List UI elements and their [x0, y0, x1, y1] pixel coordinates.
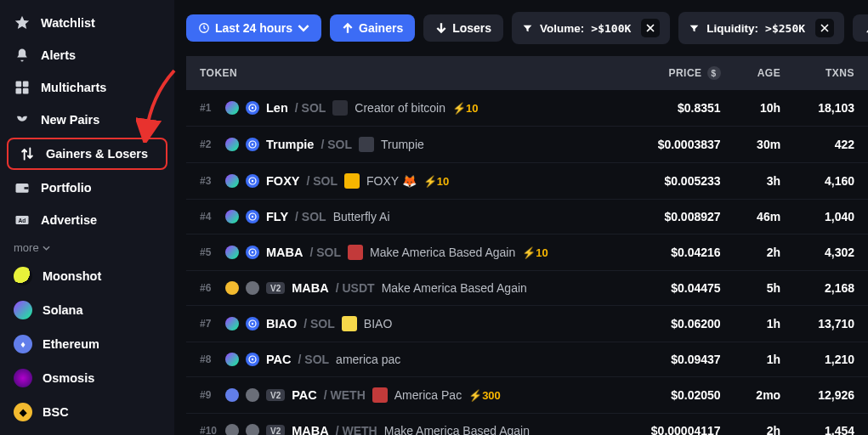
txns-cell: 1,454: [794, 414, 868, 436]
timeframe-button[interactable]: Last 24 hours: [186, 14, 321, 42]
age-cell: 2h: [735, 414, 795, 436]
svg-rect-0: [16, 82, 22, 88]
filter-close-icon[interactable]: [815, 19, 834, 37]
age-cell: 1h: [735, 342, 795, 377]
project-icon: [344, 173, 360, 189]
token-desc: Make America Based Again: [384, 424, 530, 435]
filter-close-icon[interactable]: [641, 19, 660, 37]
chain-item-base[interactable]: Base: [0, 429, 174, 435]
chain-item-moonshot[interactable]: Moonshot: [0, 259, 174, 293]
table-row[interactable]: #9V2PAC/ WETHAmerica Pac300$0.020502mo12…: [186, 377, 868, 414]
svg-text:Ad: Ad: [19, 218, 26, 223]
sidebar-item-new-pairs[interactable]: New Pairs: [0, 104, 174, 136]
filter-value: >$250K: [765, 22, 805, 35]
rank: #4: [200, 211, 218, 223]
token-desc: Creator of bitcoin: [355, 101, 445, 115]
chain-item-osmosis[interactable]: Osmosis: [0, 361, 174, 395]
table-row[interactable]: #2Trumpie/ SOLTrumpie$0.000383730m422: [186, 127, 868, 163]
table-row[interactable]: #7BIAO/ SOLBIAO$0.062001h13,710: [186, 306, 868, 342]
filter-name: Volume:: [540, 22, 584, 35]
table-row[interactable]: #5MABA/ SOLMake America Based Again10$0.…: [186, 234, 868, 271]
table-row[interactable]: #10V2MABA/ WETHMake America Based Again$…: [186, 414, 868, 436]
table-row[interactable]: #6V2MABA/ USDTMake America Based Again$0…: [186, 271, 868, 306]
col-token[interactable]: TOKEN: [186, 56, 622, 90]
price-cell: $0.008927: [622, 200, 735, 234]
txns-cell: 422: [794, 127, 868, 163]
svg-point-23: [252, 359, 253, 360]
grid-icon: [14, 79, 31, 96]
chain-icon: ♦: [14, 335, 32, 353]
sidebar-item-alerts[interactable]: Alerts: [0, 39, 174, 71]
price-cell: $0.09437: [622, 342, 735, 377]
sprout-icon: [14, 111, 31, 128]
age-cell: 1h: [735, 306, 795, 342]
chain-icon: [14, 301, 32, 319]
token-desc: America Pac: [394, 388, 462, 402]
chain-badge-icon: [225, 174, 239, 188]
age-cell: 2mo: [735, 377, 795, 414]
chain-label: Ethereum: [43, 337, 99, 351]
chain-badge-icon: [246, 281, 259, 295]
token-symbol: FLY: [266, 210, 288, 223]
currency-icon: $: [707, 66, 721, 80]
v2-badge: V2: [266, 282, 285, 294]
chain-badge-icon: [225, 424, 239, 435]
table-row[interactable]: #3FOXY/ SOLFOXY 🦊10$0.0052333h4,160: [186, 163, 868, 200]
more-menu[interactable]: more: [0, 236, 174, 259]
col-txns[interactable]: TXNS: [794, 56, 868, 90]
age-cell: 30m: [735, 127, 795, 163]
price-cell: $0.06200: [622, 306, 735, 342]
sidebar-item-label: Portfolio: [41, 181, 92, 195]
sidebar-item-multicharts[interactable]: Multicharts: [0, 71, 174, 104]
sidebar-item-advertise[interactable]: AdAdvertise: [0, 204, 174, 236]
chain-item-ethereum[interactable]: ♦Ethereum: [0, 327, 174, 361]
profile-button[interactable]: Profile: [853, 14, 868, 42]
quote-symbol: / SOL: [295, 101, 326, 115]
gainers-button[interactable]: Gainers: [330, 14, 415, 42]
svg-rect-1: [23, 82, 29, 88]
sidebar-item-watchlist[interactable]: Watchlist: [0, 7, 174, 39]
sidebar-item-label: Advertise: [41, 213, 97, 227]
col-price[interactable]: PRICE$: [622, 56, 735, 90]
sidebar-item-portfolio[interactable]: Portfolio: [0, 172, 174, 204]
losers-button[interactable]: Losers: [423, 14, 503, 42]
txns-cell: 1,210: [794, 342, 868, 377]
chain-item-solana[interactable]: Solana: [0, 293, 174, 327]
table-row[interactable]: #4FLY/ SOLButterfly Ai$0.00892746m1,040: [186, 200, 868, 234]
svg-point-15: [252, 180, 253, 182]
col-age[interactable]: AGE: [735, 56, 795, 90]
v2-badge: V2: [266, 425, 285, 435]
age-cell: 46m: [735, 200, 795, 234]
target-icon: [246, 174, 259, 188]
target-icon: [246, 246, 259, 259]
sidebar-item-gainers-losers[interactable]: Gainers & Losers: [7, 138, 167, 170]
sidebar: WatchlistAlertsMultichartsNew PairsGaine…: [0, 0, 174, 435]
chain-label: Osmosis: [43, 371, 94, 385]
chain-badge-icon: [225, 353, 239, 366]
age-cell: 5h: [735, 271, 795, 306]
filter-volume[interactable]: Volume: >$100K: [512, 12, 670, 44]
quote-symbol: / WETH: [324, 388, 366, 402]
table-row[interactable]: #8PAC/ SOLamerica pac$0.094371h1,210: [186, 342, 868, 377]
token-symbol: PAC: [266, 353, 292, 366]
v2-badge: V2: [266, 389, 285, 401]
rank: #6: [200, 282, 218, 294]
chain-badge-icon: [225, 388, 239, 402]
chevron-down-icon: [298, 22, 309, 34]
chain-badge-icon: [225, 317, 239, 330]
arrow-down-icon: [435, 22, 447, 34]
target-icon: [246, 210, 259, 223]
txns-cell: 12,926: [794, 377, 868, 414]
txns-cell: 2,168: [794, 271, 868, 306]
main-content: Last 24 hours Gainers Losers Volume: >$1…: [174, 0, 868, 435]
svg-point-19: [252, 251, 253, 253]
chain-item-bsc[interactable]: ◆BSC: [0, 395, 174, 429]
svg-point-21: [252, 323, 253, 325]
gainers-label: Gainers: [359, 21, 403, 35]
table-row[interactable]: #1Len/ SOLCreator of bitcoin10$0.835110h…: [186, 90, 868, 127]
filter-liquidity[interactable]: Liquidity: >$250K: [678, 12, 844, 44]
rank: #2: [200, 138, 218, 150]
svg-point-11: [252, 107, 253, 109]
price-cell: $0.0003837: [622, 127, 735, 163]
token-desc: Make America Based Again: [370, 246, 515, 259]
